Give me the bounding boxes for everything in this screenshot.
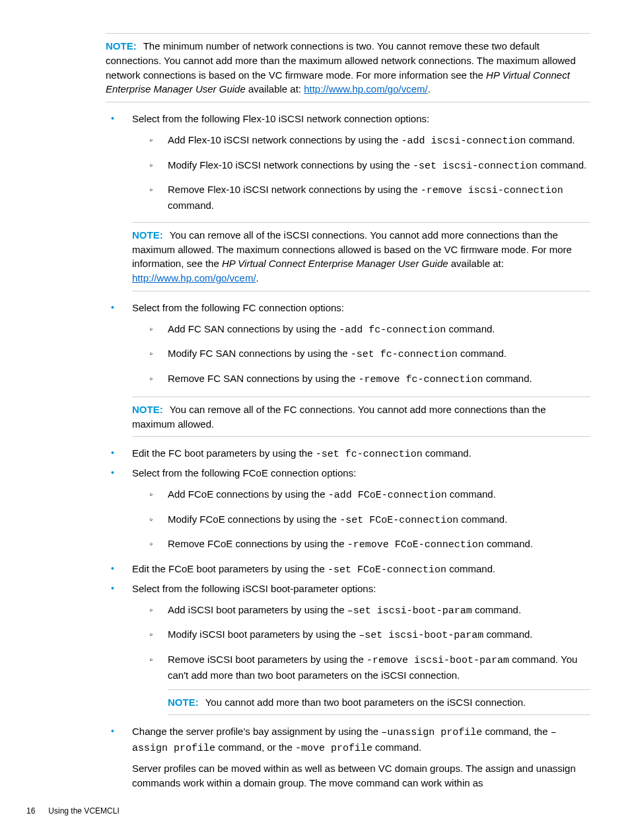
- inner-list: Add Flex-10 iSCSI network connections by…: [132, 133, 590, 213]
- lead-text: Select from the following Flex-10 iSCSI …: [132, 113, 429, 124]
- item-post: command.: [526, 134, 575, 145]
- item-code: -remove iscsi-connection: [421, 185, 563, 196]
- note-tail: .: [256, 272, 259, 284]
- item-post: command.: [447, 488, 496, 500]
- item-post: command.: [458, 348, 507, 359]
- note-box-2: NOTE:You can remove all of the iSCSI con…: [132, 222, 590, 291]
- list-item: Edit the FC boot parameters by using the…: [106, 446, 590, 462]
- item-pre: Remove FC SAN connections by using the: [168, 373, 358, 384]
- list-item: Remove FC SAN connections by using the -…: [132, 371, 590, 387]
- item-code: –unassign profile: [381, 727, 482, 738]
- note-link[interactable]: http://www.hp.com/go/vcem/: [132, 272, 256, 284]
- list-item: Remove FCoE connections by using the -re…: [132, 537, 590, 553]
- item-mid: command, or the: [215, 742, 295, 753]
- item-post: command.: [446, 563, 495, 574]
- item-code: -set FCoE-connection: [328, 564, 446, 576]
- list-item: Add Flex-10 iSCSI network connections by…: [132, 133, 590, 149]
- lead-text: Select from the following FC connection …: [132, 302, 344, 313]
- note-body: You can remove all of the FC connections…: [132, 404, 546, 430]
- para: Server profiles can be moved within as w…: [132, 761, 590, 790]
- item-pre: Remove iSCSI boot parameters by using th…: [168, 654, 367, 665]
- list-item: Select from the following FC connection …: [106, 301, 590, 438]
- item-code: -remove iscsi-boot-param: [367, 655, 509, 666]
- item-pre: Add FC SAN connections by using the: [168, 323, 339, 334]
- list-item: Edit the FCoE boot parameters by using t…: [106, 562, 590, 578]
- item-pre: Modify iSCSI boot parameters by using th…: [168, 629, 359, 640]
- item-code: -set fc-connection: [351, 349, 458, 360]
- lead-text: Select from the following FCoE connectio…: [132, 467, 356, 478]
- item-post: command.: [458, 514, 507, 525]
- item-code: -add iscsi-connection: [402, 135, 526, 147]
- page-footer: 16 Using the VCEMCLI: [26, 806, 590, 817]
- list-item: Modify Flex-10 iSCSI network connections…: [132, 158, 590, 174]
- item-pre: Add FCoE connections by using the: [168, 488, 328, 500]
- item-post: command.: [446, 323, 495, 334]
- note-label: NOTE:: [106, 40, 137, 52]
- item-post: command.: [483, 629, 532, 640]
- item-pre: Edit the FC boot parameters by using the: [132, 447, 316, 459]
- outer-list: Select from the following Flex-10 iSCSI …: [106, 112, 590, 790]
- page-number: 16: [26, 806, 46, 817]
- item-pre: Add Flex-10 iSCSI network connections by…: [168, 134, 402, 145]
- item-pre: Change the server profile's bay assignme…: [132, 726, 381, 737]
- note-box-1: NOTE:The minimum number of network conne…: [106, 33, 590, 102]
- note-tail: .: [428, 83, 431, 95]
- item-post: command.: [483, 373, 532, 384]
- item-post: command.: [372, 742, 421, 753]
- item-code: -set iscsi-connection: [413, 161, 538, 172]
- item-code: –set iscsi-boot-param: [347, 605, 472, 617]
- note-link[interactable]: http://www.hp.com/go/vcem/: [304, 83, 428, 95]
- item-post: command.: [423, 447, 472, 459]
- list-item: Add iSCSI boot parameters by using the –…: [132, 603, 590, 619]
- note-after: available at:: [448, 258, 504, 269]
- footer-title: Using the VCEMCLI: [48, 806, 119, 816]
- list-item: Modify FCoE connections by using the -se…: [132, 512, 590, 528]
- item-pre: Modify FC SAN connections by using the: [168, 348, 351, 359]
- note-box-4: NOTE:You cannot add more than two boot p…: [168, 689, 590, 716]
- item-code: -remove FCoE-connection: [347, 539, 484, 551]
- item-pre: Modify Flex-10 iSCSI network connections…: [168, 159, 413, 171]
- list-item: Modify FC SAN connections by using the -…: [132, 346, 590, 362]
- item-mid: command, the: [482, 726, 550, 737]
- note-label: NOTE:: [168, 697, 199, 708]
- list-item: Select from the following FCoE connectio…: [106, 466, 590, 553]
- item-code: –set iscsi-boot-param: [359, 630, 483, 641]
- item-code: -remove fc-connection: [358, 374, 483, 385]
- note-body: You cannot add more than two boot parame…: [205, 697, 526, 708]
- item-code: -set FCoE-connection: [339, 515, 458, 526]
- item-post: command.: [484, 538, 533, 549]
- item-code: -add FCoE-connection: [328, 490, 447, 501]
- list-item: Select from the following Flex-10 iSCSI …: [106, 112, 590, 291]
- item-pre: Add iSCSI boot parameters by using the: [168, 604, 347, 615]
- note-italic: HP Virtual Connect Enterprise Manager Us…: [222, 258, 448, 269]
- item-post: command.: [168, 200, 214, 211]
- note-box-3: NOTE:You can remove all of the FC connec…: [132, 397, 590, 438]
- item-code: -move profile: [295, 743, 372, 754]
- item-pre: Modify FCoE connections by using the: [168, 514, 339, 525]
- list-item: Add FC SAN connections by using the -add…: [132, 322, 590, 338]
- note-label: NOTE:: [132, 404, 163, 415]
- item-pre: Remove Flex-10 iSCSI network connections…: [168, 184, 421, 195]
- note-label: NOTE:: [132, 229, 163, 241]
- page-content: NOTE:The minimum number of network conne…: [106, 33, 590, 790]
- item-post: command.: [472, 604, 521, 615]
- inner-list: Add FCoE connections by using the -add F…: [132, 487, 590, 553]
- list-item: Add FCoE connections by using the -add F…: [132, 487, 590, 503]
- item-pre: Edit the FCoE boot parameters by using t…: [132, 563, 328, 574]
- list-item: Remove iSCSI boot parameters by using th…: [132, 652, 590, 715]
- note-after: available at:: [246, 83, 304, 95]
- list-item: Remove Flex-10 iSCSI network connections…: [132, 182, 590, 213]
- list-item: Modify iSCSI boot parameters by using th…: [132, 627, 590, 643]
- lead-text: Select from the following iSCSI boot-par…: [132, 583, 376, 594]
- inner-list: Add FC SAN connections by using the -add…: [132, 322, 590, 387]
- item-code: -set fc-connection: [316, 449, 423, 460]
- item-pre: Remove FCoE connections by using the: [168, 538, 347, 549]
- item-post: command.: [538, 159, 586, 171]
- list-item: Select from the following iSCSI boot-par…: [106, 582, 590, 716]
- inner-list: Add iSCSI boot parameters by using the –…: [132, 603, 590, 716]
- item-code: -add fc-connection: [339, 325, 446, 336]
- list-item: Change the server profile's bay assignme…: [106, 724, 590, 790]
